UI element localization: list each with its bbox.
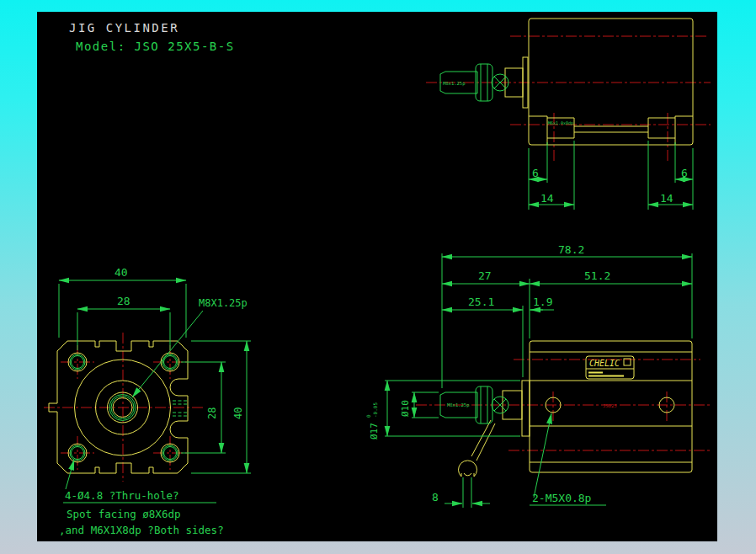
- top-tab-thread-label: M6x1.0x8dp: [548, 120, 573, 126]
- note-spot-facing: Spot facing ø8X6dp: [67, 508, 180, 520]
- side-view: CHELIC JSO25 M8x1.25p: [365, 243, 711, 508]
- notes-block: 4-Ø4.8 ?Thru-hole? Spot facing ø8X6dp ,a…: [59, 489, 224, 536]
- dim-body-length: 51.2: [584, 269, 610, 282]
- drawing-background: JIG CYLINDER Model: JSO 25X5-B-S: [0, 0, 756, 554]
- front-dim-hole-spacing-h: 28: [117, 295, 130, 307]
- page-title: JIG CYLINDER: [69, 21, 179, 35]
- front-dim-width: 40: [114, 266, 128, 279]
- front-thread-callout: M8X1.25p: [199, 297, 248, 309]
- dim-plate-thickness: 1.9: [533, 296, 552, 308]
- front-view: 40 28 M8X1.25p 28 40: [44, 266, 251, 489]
- dim-boss-tol-lower: -0.05: [372, 402, 378, 418]
- top-rod-thread-label: M8x1.25p: [443, 81, 466, 87]
- side-rod-thread-label: M8x1.25p: [447, 402, 470, 408]
- front-dim-height: 40: [232, 408, 244, 419]
- top-view-body: [505, 19, 693, 145]
- dim-rod-diameter: Ø10: [400, 400, 411, 417]
- dim-wrench-width: 8: [432, 491, 439, 503]
- cad-drawing: JIG CYLINDER Model: JSO 25X5-B-S: [37, 12, 717, 541]
- front-view-centerlines: [44, 333, 204, 482]
- dim-left-6: 6: [532, 167, 539, 179]
- note-both-sides: ,and M6X1X8dp ?Both sides?: [59, 524, 224, 536]
- side-view-body: [459, 341, 693, 477]
- model-label: Model: JSO 25X5-B-S: [76, 40, 235, 53]
- drawing-canvas: JIG CYLINDER Model: JSO 25X5-B-S: [37, 12, 717, 541]
- dim-rod-length: 25.1: [468, 296, 494, 308]
- dim-right-6: 6: [681, 167, 688, 179]
- dim-boss-tol-upper: 0: [365, 414, 371, 418]
- front-dim-hole-spacing-v: 28: [206, 408, 218, 419]
- dim-left-14: 14: [540, 192, 554, 205]
- top-view: M8x1.25p M6x1.0x8dp 6 6 14: [426, 19, 711, 210]
- brand-label: CHELIC: [589, 359, 620, 368]
- dim-right-14: 14: [660, 192, 673, 205]
- dim-boss-diameter: Ø17: [369, 423, 380, 439]
- body-marking: JSO25: [603, 403, 617, 408]
- top-view-centerlines: [426, 36, 711, 161]
- port-callout: 2-M5X0.8p: [532, 492, 592, 504]
- dim-overall-length: 78.2: [558, 243, 584, 256]
- front-view-dimensions: [59, 280, 251, 489]
- dim-front-length: 27: [478, 269, 492, 282]
- note-thru-hole: 4-Ø4.8 ?Thru-hole?: [65, 489, 178, 502]
